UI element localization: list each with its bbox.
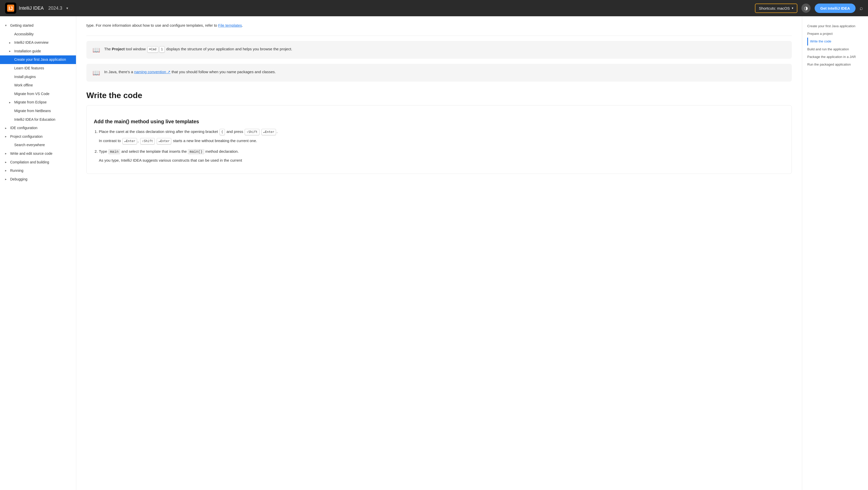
sidebar-item-label: Debugging [10,177,27,182]
sidebar-item-accessibility[interactable]: Accessibility [0,30,76,39]
sidebar-item-learn-ide-features[interactable]: Learn IDE features [0,64,76,73]
shortcuts-label: Shortcuts: macOS [759,6,790,10]
sidebar-item-debugging[interactable]: ▸ Debugging [0,175,76,184]
sidebar-item-project-configuration[interactable]: ▸ Project configuration [0,132,76,141]
app-logo: IJ [5,3,16,14]
sidebar-item-create-first-java[interactable]: Create your first Java application [0,55,76,64]
kbd-shift2: ⇧Shift [140,138,155,144]
sidebar-item-label: Create your first Java application [14,57,66,62]
toc-item-label: Run the packaged application [807,63,851,66]
theme-toggle-button[interactable]: ◑ [801,4,811,13]
sidebar-item-label: Project configuration [10,134,43,139]
sidebar-item-label: Install plugins [14,74,36,80]
arrow-icon: ▸ [9,41,13,45]
step2-subtext: As you type, IntelliJ IDEA suggests vari… [99,157,784,163]
arrow-icon: ▸ [5,134,9,139]
sidebar-item-intellij-education[interactable]: IntelliJ IDEA for Education [0,115,76,124]
sidebar-item-migrate-vs-code[interactable]: Migrate from VS Code [0,90,76,98]
toc-item-label: Package the application in a JAR [807,55,856,59]
page-layout: ▾ Getting started Accessibility ▸ Intell… [0,16,868,490]
kbd-shift: ⇧Shift [245,129,259,135]
sidebar-item-running[interactable]: ▸ Running [0,166,76,175]
arrow-icon: ▸ [5,126,9,130]
sidebar-item-label: IDE configuration [10,126,37,131]
logo-area: IJ IntelliJ IDEA 2024.3 ▾ [5,3,68,14]
right-toc: Create your first Java application Prepa… [802,16,868,490]
arrow-icon: ▸ [5,160,9,164]
file-templates-link[interactable]: File templates [218,23,242,27]
truncated-intro: type. For more information about how to … [86,22,792,36]
version-dropdown-icon[interactable]: ▾ [66,6,68,10]
get-idea-button[interactable]: Get IntelliJ IDEA [815,4,856,13]
spacer [9,75,13,79]
instructions-list: Place the caret at the class declaration… [94,129,784,163]
add-main-method-heading: Add the main() method using live templat… [94,119,784,125]
sidebar-item-label: Migrate from Eclipse [14,100,47,105]
list-item-2: Type main and select the template that i… [99,148,784,163]
toc-item-label: Prepare a project [807,32,833,36]
spacer [9,83,13,88]
write-code-content-box: Add the main() method using live templat… [86,105,792,174]
sidebar-item-search-everywhere[interactable]: Search everywhere [0,141,76,149]
step1-subtext: In contrast to ↵Enter, ⇧Shift ↵Enter sta… [99,138,784,144]
main-content: type. For more information about how to … [76,16,802,490]
sidebar-item-label: Search everywhere [14,143,45,148]
arrow-icon: ▾ [5,23,9,28]
toc-item-package-jar[interactable]: Package the application in a JAR [807,53,863,61]
list-item-1: Place the caret at the class declaration… [99,129,784,144]
sidebar-item-label: IntelliJ IDEA overview [14,40,49,45]
sidebar-item-migrate-eclipse[interactable]: ▸ Migrate from Eclipse [0,98,76,107]
toc-item-run-packaged[interactable]: Run the packaged application [807,61,863,68]
arrow-icon: ▸ [9,49,13,53]
info-box-text-2: In Java, there's a naming convention ↗ t… [104,69,276,75]
sidebar-item-label: Accessibility [14,32,34,37]
spacer [9,32,13,36]
arrow-icon: ▸ [5,177,9,181]
kbd-enter2: ↵Enter [122,138,137,144]
kbd-brace: { [220,129,225,135]
spacer [9,66,13,70]
spacer [9,92,13,96]
sidebar-item-label: Compilation and building [10,160,49,165]
sidebar-item-write-edit[interactable]: ▸ Write and edit source code [0,149,76,158]
sidebar-section-getting-started: ▾ Getting started Accessibility ▸ Intell… [0,21,76,124]
info-icon-2: 📖 [92,69,100,76]
toc-item-create-first-java[interactable]: Create your first Java application [807,22,863,30]
sidebar-item-label: Write and edit source code [10,151,52,156]
sidebar-item-installation-guide[interactable]: ▸ Installation guide [0,47,76,56]
svg-text:IJ: IJ [9,6,13,11]
info-box-project-tool-window: 📖 The Project tool window ⌘Cmd1 displays… [86,41,792,59]
project-bold: Project [112,47,125,51]
app-header: IJ IntelliJ IDEA 2024.3 ▾ Shortcuts: mac… [0,0,868,16]
sidebar-item-migrate-netbeans[interactable]: Migrate from NetBeans [0,107,76,115]
spacer [9,143,13,147]
info-box-text-1: The Project tool window ⌘Cmd1 displays t… [104,46,292,53]
spacer [9,58,13,62]
arrow-icon: ▸ [5,169,9,173]
sidebar-item-intellij-overview[interactable]: ▸ IntelliJ IDEA overview [0,38,76,47]
theme-icon: ◑ [804,5,808,11]
toc-item-prepare-project[interactable]: Prepare a project [807,30,863,38]
toc-item-write-code[interactable]: Write the code [807,38,863,45]
step1-text: Place the caret at the class declaration… [99,129,277,134]
sidebar-item-work-offline[interactable]: Work offline [0,81,76,90]
write-code-heading: Write the code [86,91,792,100]
search-icon[interactable]: ⌕ [860,5,863,11]
spacer [9,117,13,122]
shortcuts-button[interactable]: Shortcuts: macOS ▾ [755,4,798,13]
sidebar-item-getting-started[interactable]: ▾ Getting started [0,21,76,30]
sidebar-item-label: Learn IDE features [14,66,44,71]
sidebar-item-label: Migrate from NetBeans [14,109,51,114]
arrow-icon: ▸ [5,151,9,156]
toc-item-label: Build and run the application [807,47,849,51]
truncated-text: type. For more information about how to … [86,22,792,28]
sidebar-item-install-plugins[interactable]: Install plugins [0,73,76,81]
shortcuts-chevron-icon: ▾ [792,6,793,10]
sidebar-item-ide-configuration[interactable]: ▸ IDE configuration [0,124,76,132]
toc-item-build-run[interactable]: Build and run the application [807,45,863,53]
naming-convention-link[interactable]: naming convention ↗ [134,70,170,74]
sidebar: ▾ Getting started Accessibility ▸ Intell… [0,16,76,490]
sidebar-item-label: Getting started [10,23,34,28]
sidebar-item-compilation[interactable]: ▸ Compilation and building [0,158,76,167]
sidebar-item-label: Running [10,168,23,173]
